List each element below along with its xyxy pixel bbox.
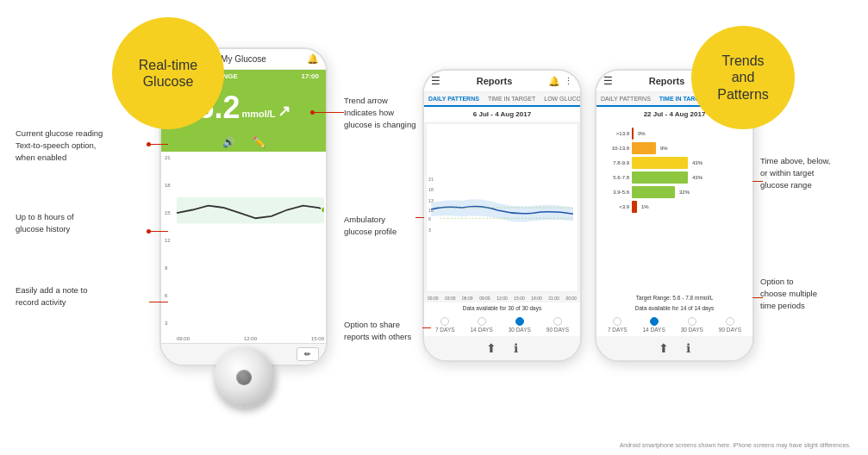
pencil-icon: ✏ [304, 350, 311, 358]
bar-row-2: 10-13.9 9% [603, 142, 746, 154]
sensor-puck [214, 347, 274, 408]
svg-text:6: 6 [428, 216, 431, 221]
glucose-graph: 21181512963 09:0012:0015:00 [161, 152, 326, 343]
line-eight-hours [149, 231, 168, 232]
tab3-daily[interactable]: DAILY PATTERNS [596, 92, 655, 105]
phone2-tabs: DAILY PATTERNS TIME IN TARGET LOW GLUCOS… [424, 92, 580, 107]
line-current-glucose [149, 144, 168, 145]
edit-icon: ✏️ [253, 136, 265, 148]
tab-low-glucose[interactable]: LOW GLUCOSE EV... [540, 92, 582, 105]
annotation-add-note: Easily add a note to record activity [16, 284, 87, 309]
svg-text:13: 13 [428, 198, 434, 203]
bar-label-3: 7.8-9.9 [603, 160, 629, 165]
bar-pct-1: 0% [638, 131, 646, 136]
annotation-current-glucose: Current glucose reading Text-to-speech o… [16, 128, 103, 164]
bar-pct-6: 1% [641, 204, 649, 209]
bar-row-5: 3.9-5.6 32% [603, 186, 746, 198]
period3-90days[interactable]: 90 DAYS [719, 317, 741, 333]
share-icon[interactable]: ⬆ [486, 341, 496, 355]
menu3-icon: ☰ [603, 75, 613, 87]
dot-eight-hours [147, 229, 151, 234]
annotation-time-above: Time above, below, or within target gluc… [760, 155, 831, 191]
menu-icon: ☰ [431, 75, 440, 87]
bar-label-2: 10-13.9 [603, 146, 629, 151]
svg-rect-0 [177, 197, 324, 224]
bar-pct-5: 32% [679, 190, 690, 195]
phone3-period-buttons: 7 DAYS 14 DAYS 30 DAYS 90 DAYS [596, 314, 752, 336]
phone2-title: Reports [446, 76, 543, 86]
annotation-trend-arrow: Trend arrow Indicates how glucose is cha… [344, 95, 415, 131]
bar-fill-5 [632, 186, 675, 198]
glucose-unit: mmol/L [241, 109, 275, 126]
realtime-label: Real-time Glucose [139, 57, 197, 90]
phone3-share-bar: ⬆ ℹ [596, 336, 752, 360]
target-range: Target Range: 5.6 - 7.8 mmol/L [596, 293, 752, 302]
line-choose-time [752, 297, 763, 298]
sensor-inner [236, 370, 252, 385]
bar-fill-2 [632, 142, 656, 154]
bell-icon: 🔔 [307, 53, 319, 65]
dot-current-glucose [147, 142, 151, 146]
info3-icon[interactable]: ℹ [686, 341, 690, 355]
period-30days[interactable]: 30 DAYS [509, 317, 531, 333]
period-7days[interactable]: 7 DAYS [435, 317, 455, 333]
trend-arrow-icon: ↗ [278, 102, 290, 126]
add-note-button[interactable]: ✏ [297, 347, 319, 361]
svg-text:10: 10 [428, 208, 434, 213]
bar-label-6: <3.9 [603, 204, 629, 209]
y-axis: 21181512963 [165, 155, 171, 326]
svg-text:3: 3 [428, 228, 431, 233]
phone1-title: My Glucose [221, 54, 266, 64]
period3-30days[interactable]: 30 DAYS [681, 317, 703, 333]
annotation-eight-hours: Up to 8 hours of glucose history [16, 211, 74, 235]
disclaimer: Android smartphone screens shown here. i… [620, 442, 851, 448]
annotation-share: Option to share reports with others [344, 319, 411, 343]
line-share [422, 327, 431, 328]
line-add-note [149, 302, 168, 302]
period3-14days[interactable]: 14 DAYS [642, 317, 665, 333]
svg-point-1 [321, 207, 324, 213]
line-agp [415, 217, 424, 218]
bar-row-6: <3.9 1% [603, 201, 746, 213]
period-14days[interactable]: 14 DAYS [470, 317, 492, 333]
line-time-above [752, 181, 763, 182]
trends-bubble: Trends and Patterns [691, 26, 795, 129]
phone2-footer: Data available for 30 of 30 days [424, 302, 580, 314]
bar-fill-6 [632, 201, 637, 213]
bar-chart: >13.9 0% 10-13.9 9% 7.8-9.9 43% 5.6-7.8 … [596, 122, 752, 293]
bell2-icon: 🔔 [548, 76, 560, 87]
speaker-icon: 🔊 [222, 136, 235, 148]
bar-pct-3: 43% [692, 160, 703, 165]
phone2-period-buttons: 7 DAYS 14 DAYS 30 DAYS 90 DAYS [424, 314, 580, 336]
period3-7days[interactable]: 7 DAYS [608, 317, 628, 333]
phone2-header: ☰ Reports 🔔 ⋮ [424, 71, 580, 92]
trends-label: Trends and Patterns [717, 53, 769, 103]
share3-icon[interactable]: ⬆ [659, 341, 669, 355]
time-labels: 00:0003:0006:0009:0012:0015:0018:0021:00… [424, 294, 580, 302]
info-icon[interactable]: ℹ [514, 341, 518, 355]
bar-label-5: 3.9-5.6 [603, 190, 629, 195]
bar-pct-4: 43% [692, 175, 703, 180]
svg-text:18: 18 [428, 187, 434, 192]
agp-chart: 21 18 13 10 6 3 [426, 123, 578, 292]
bar-label-1: >13.9 [603, 131, 629, 136]
dot-trend-arrow [310, 110, 315, 115]
bar-pct-2: 9% [660, 146, 668, 151]
share-bar: ⬆ ℹ [424, 336, 580, 360]
phone1-action-icons: 🔊 ✏️ [161, 133, 326, 152]
phone2-date: 6 Jul - 4 Aug 2017 [424, 107, 580, 122]
annotation-agp: Ambulatory glucose profile [344, 214, 397, 238]
bar-label-4: 5.6-7.8 [603, 175, 629, 180]
phone3-footer: Data available for 14 of 14 days [596, 302, 752, 314]
tab-daily-patterns[interactable]: DAILY PATTERNS [424, 92, 484, 107]
agp-svg: 21 18 13 10 6 3 [427, 124, 578, 291]
bar-fill-1 [632, 128, 634, 140]
tab-time-in-target[interactable]: TIME IN TARGET [484, 92, 540, 105]
bar-row-1: >13.9 0% [603, 128, 746, 140]
line-trend-arrow [313, 112, 344, 113]
bar-row-4: 5.6-7.8 43% [603, 171, 746, 184]
more-icon: ⋮ [564, 76, 573, 87]
glucose-line-chart [177, 155, 324, 250]
x-axis: 09:0012:0015:00 [177, 336, 324, 341]
period-90days[interactable]: 90 DAYS [546, 317, 569, 333]
